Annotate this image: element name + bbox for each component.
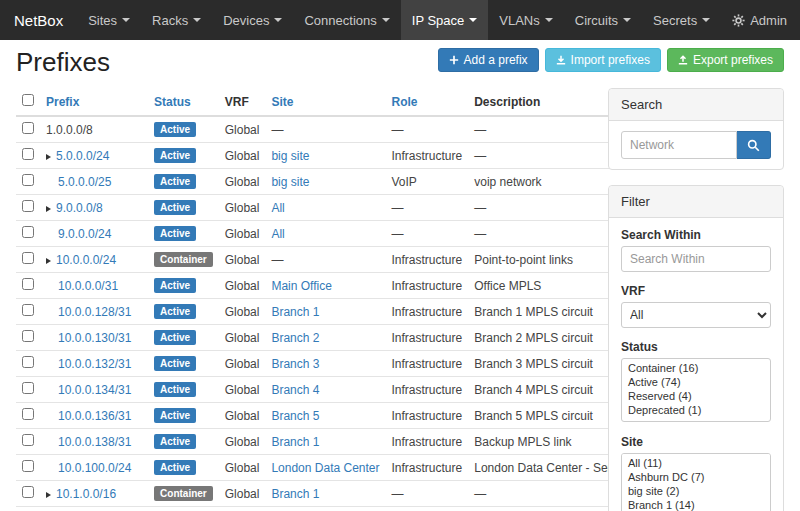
nav-item-sites[interactable]: Sites xyxy=(77,0,141,40)
site-link[interactable]: London Data Center xyxy=(271,461,379,475)
row-checkbox[interactable] xyxy=(22,304,34,316)
nav-item-racks[interactable]: Racks xyxy=(141,0,212,40)
vrf-select[interactable]: All xyxy=(621,302,771,328)
site-link[interactable]: Branch 2 xyxy=(271,331,319,345)
filter-option[interactable]: big site (2) xyxy=(622,484,770,498)
search-input[interactable] xyxy=(621,131,737,159)
nav-item-ip-space[interactable]: IP Space xyxy=(401,0,489,40)
row-checkbox[interactable] xyxy=(22,226,34,238)
prefix-link[interactable]: 10.1.0.0/16 xyxy=(56,487,116,501)
status-badge: Active xyxy=(154,460,196,475)
import-prefixes-button[interactable]: Import prefixes xyxy=(545,48,661,72)
site-link[interactable]: Branch 1 xyxy=(271,435,319,449)
status-cell: Container xyxy=(148,247,219,273)
expand-caret-icon[interactable] xyxy=(46,154,51,160)
filter-option[interactable]: Active (74) xyxy=(622,375,770,389)
sort-role-link[interactable]: Role xyxy=(392,95,418,109)
row-checkbox[interactable] xyxy=(22,122,34,134)
row-checkbox[interactable] xyxy=(22,434,34,446)
prefix-link[interactable]: 10.0.0.134/31 xyxy=(58,383,131,397)
vrf-cell: Global xyxy=(219,325,266,351)
prefix-link[interactable]: 10.0.0.138/31 xyxy=(58,435,131,449)
row-select-cell xyxy=(16,143,40,169)
prefix-cell: 10.1.0.0/16 xyxy=(40,481,148,507)
row-checkbox[interactable] xyxy=(22,460,34,472)
status-cell: Active xyxy=(148,116,219,143)
vrf-cell: Global xyxy=(219,299,266,325)
search-button[interactable] xyxy=(737,131,771,159)
filter-option[interactable]: All (11) xyxy=(622,456,770,470)
site-link[interactable]: Branch 4 xyxy=(271,383,319,397)
prefix-link[interactable]: 10.0.0.136/31 xyxy=(58,409,131,423)
nav-item-devices[interactable]: Devices xyxy=(212,0,293,40)
row-select-cell xyxy=(16,507,40,511)
prefix-link[interactable]: 9.0.0.0/24 xyxy=(58,227,111,241)
expand-caret-icon[interactable] xyxy=(46,258,51,264)
status-filter-listbox[interactable]: Container (16)Active (74)Reserved (4)Dep… xyxy=(621,358,771,422)
site-filter-listbox[interactable]: All (11)Ashburn DC (7)big site (2)Branch… xyxy=(621,453,771,511)
row-select-cell xyxy=(16,116,40,143)
sort-site-link[interactable]: Site xyxy=(271,95,293,109)
nav-item-secrets[interactable]: Secrets xyxy=(642,0,721,40)
expand-caret-icon[interactable] xyxy=(46,206,51,212)
row-checkbox[interactable] xyxy=(22,486,34,498)
prefix-row: 9.0.0.0/8ActiveGlobalAll—— xyxy=(16,195,682,221)
prefix-cell: 10.0.0.0/31 xyxy=(40,273,148,299)
nav-item-connections[interactable]: Connections xyxy=(293,0,400,40)
site-link[interactable]: Branch 5 xyxy=(271,409,319,423)
filter-option[interactable]: Ashburn DC (7) xyxy=(622,470,770,484)
filter-option[interactable]: Container (16) xyxy=(622,361,770,375)
row-checkbox[interactable] xyxy=(22,382,34,394)
filter-option[interactable]: Branch 1 (14) xyxy=(622,498,770,511)
site-link[interactable]: All xyxy=(271,201,284,215)
add-prefix-button[interactable]: Add a prefix xyxy=(438,48,539,72)
site-link[interactable]: Branch 1 xyxy=(271,305,319,319)
row-checkbox[interactable] xyxy=(22,200,34,212)
site-cell: big site xyxy=(265,143,385,169)
admin-link[interactable]: Admin xyxy=(721,0,798,40)
site-cell: Branch 5 xyxy=(265,403,385,429)
prefix-link[interactable]: 9.0.0.0/8 xyxy=(56,201,103,215)
prefix-link[interactable]: 10.0.0.0/31 xyxy=(58,279,118,293)
select-all-checkbox[interactable] xyxy=(22,94,34,106)
filter-option[interactable]: Deprecated (1) xyxy=(622,403,770,417)
row-checkbox[interactable] xyxy=(22,252,34,264)
row-checkbox[interactable] xyxy=(22,330,34,342)
sort-status-link[interactable]: Status xyxy=(154,95,191,109)
site-cell: Branch 1 xyxy=(265,507,385,511)
expand-caret-icon[interactable] xyxy=(46,492,51,498)
nav-item-circuits[interactable]: Circuits xyxy=(564,0,642,40)
prefix-link[interactable]: 10.0.0.0/24 xyxy=(56,253,116,267)
prefix-link[interactable]: 5.0.0.0/24 xyxy=(56,149,109,163)
page-actions: Add a prefix Import prefixes Export pref… xyxy=(438,48,784,72)
site-link[interactable]: Main Office xyxy=(271,279,331,293)
prefix-link[interactable]: 10.0.0.130/31 xyxy=(58,331,131,345)
row-checkbox[interactable] xyxy=(22,408,34,420)
sort-prefix-link[interactable]: Prefix xyxy=(46,95,79,109)
prefix-link[interactable]: 10.0.0.128/31 xyxy=(58,305,131,319)
prefix-link[interactable]: 10.0.100.0/24 xyxy=(58,461,131,475)
prefix-link[interactable]: 10.0.0.132/31 xyxy=(58,357,131,371)
site-cell: Branch 1 xyxy=(265,429,385,455)
search-within-input[interactable] xyxy=(621,246,771,272)
site-link[interactable]: big site xyxy=(271,175,309,189)
row-checkbox[interactable] xyxy=(22,148,34,160)
vrf-cell: Global xyxy=(219,143,266,169)
site-link[interactable]: All xyxy=(271,227,284,241)
chevron-down-icon xyxy=(122,18,130,22)
filter-option[interactable]: Reserved (4) xyxy=(622,389,770,403)
prefix-link[interactable]: 5.0.0.0/25 xyxy=(58,175,111,189)
row-checkbox[interactable] xyxy=(22,174,34,186)
site-link[interactable]: Branch 3 xyxy=(271,357,319,371)
status-cell: Active xyxy=(148,325,219,351)
vrf-cell: Global xyxy=(219,195,266,221)
row-checkbox[interactable] xyxy=(22,278,34,290)
nav-item-vlans[interactable]: VLANs xyxy=(488,0,563,40)
row-checkbox[interactable] xyxy=(22,356,34,368)
brand-link[interactable]: NetBox xyxy=(0,0,77,40)
add-prefix-label: Add a prefix xyxy=(464,53,528,67)
site-link[interactable]: big site xyxy=(271,149,309,163)
site-link[interactable]: Branch 1 xyxy=(271,487,319,501)
export-prefixes-button[interactable]: Export prefixes xyxy=(667,48,784,72)
col-header-role: Role xyxy=(386,88,469,116)
